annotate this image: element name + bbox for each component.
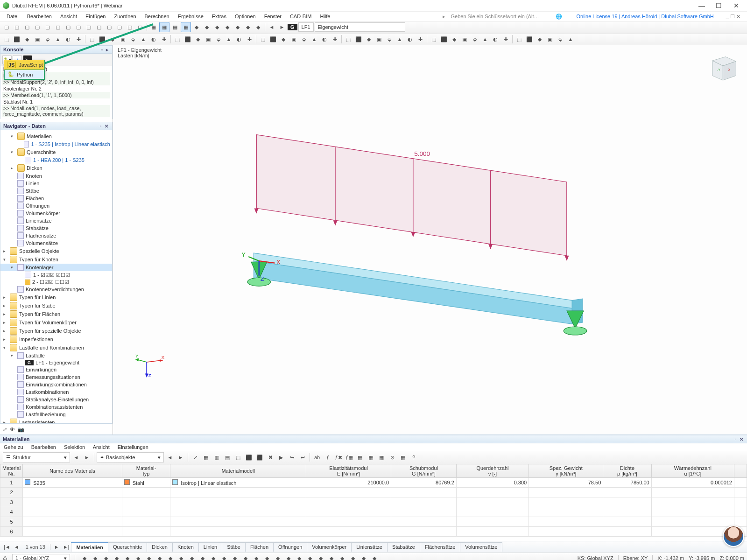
tree-item[interactable]: Stabsätze bbox=[0, 224, 112, 232]
bottom-tab[interactable]: Knoten bbox=[172, 542, 199, 552]
toolbar-button[interactable]: ◐ bbox=[491, 35, 500, 44]
toolbar-button[interactable]: ⬙ bbox=[214, 35, 223, 44]
konsole-header[interactable]: Konsole▫ ▸ bbox=[0, 45, 113, 54]
bp-tool[interactable]: ⬚ bbox=[233, 453, 243, 462]
maximize-button[interactable]: ☐ bbox=[711, 2, 727, 9]
eye-icon[interactable]: 👁 bbox=[10, 427, 15, 432]
toolbar-button[interactable]: ◆ bbox=[364, 35, 374, 44]
bp-tool[interactable]: ▦ bbox=[398, 453, 408, 462]
tree-item[interactable]: 1 - S235 | Isotrop | Linear elastisch bbox=[0, 140, 112, 148]
toolbar-button[interactable]: ✚ bbox=[501, 35, 510, 44]
tree-item[interactable]: Knotennetzverdichtungen bbox=[0, 286, 112, 293]
toolbar-button[interactable]: ▢ bbox=[22, 22, 32, 32]
bottom-tab[interactable]: Materialien bbox=[71, 542, 108, 552]
minimize-button[interactable]: — bbox=[694, 2, 710, 9]
menu-bearbeiten[interactable]: Bearbeiten bbox=[23, 13, 56, 20]
toolbar-button[interactable]: ▢ bbox=[2, 22, 11, 32]
tree-item[interactable]: ▸Typen für Stäbe bbox=[0, 301, 112, 310]
tree-item[interactable]: ▸Typen für Flächen bbox=[0, 310, 112, 318]
tree-item[interactable]: Einwirkungen bbox=[0, 366, 112, 373]
toolbar-button[interactable]: ▢ bbox=[94, 22, 104, 32]
toolbar-button[interactable]: ▦ bbox=[149, 22, 158, 32]
toolbar-button[interactable]: ⬛ bbox=[525, 35, 534, 44]
tree-item[interactable]: ▸Typen für spezielle Objekte bbox=[0, 327, 112, 335]
toolbar-button[interactable]: ▢ bbox=[125, 22, 134, 32]
status-tool[interactable]: ◆ bbox=[123, 553, 132, 560]
tab-first[interactable]: |◄ bbox=[2, 544, 12, 550]
bp-tool[interactable]: ▶ bbox=[276, 453, 286, 462]
col-header[interactable]: ElastizitätsmodulE [N/mm²] bbox=[306, 464, 391, 478]
toolbar-button[interactable]: ▢ bbox=[53, 22, 63, 32]
toolbar-button[interactable]: ⬛ bbox=[12, 35, 21, 44]
toolbar-button[interactable]: ▢ bbox=[43, 22, 52, 32]
tree-item[interactable]: GLF1 - Eigengewicht bbox=[0, 359, 112, 366]
tree-item[interactable]: Kombinationsassistenten bbox=[0, 403, 112, 411]
axis-icon[interactable]: ♺ bbox=[3, 555, 7, 560]
col-header[interactable]: MaterialNr. bbox=[0, 464, 23, 478]
bp-menu-bearbeiten[interactable]: Bearbeiten bbox=[31, 444, 56, 450]
close-button[interactable]: ✕ bbox=[728, 2, 744, 9]
tree-expand-icon[interactable]: ⤢ bbox=[3, 427, 7, 433]
toolbar-button[interactable]: ⬙ bbox=[299, 35, 309, 44]
structure-select[interactable]: ☰ Struktur▾ bbox=[3, 452, 70, 462]
tree-item[interactable]: ▾Knotenlager bbox=[0, 264, 112, 271]
bp-menu-ansicht[interactable]: Ansicht bbox=[93, 444, 110, 450]
view-select[interactable]: 1 - Global XYZ▾ bbox=[12, 554, 70, 560]
table-row[interactable]: 6 bbox=[0, 527, 747, 537]
bottom-tab[interactable]: Stäbe bbox=[222, 542, 246, 552]
toolbar-button[interactable]: ⬚ bbox=[514, 35, 524, 44]
status-tool[interactable]: ◆ bbox=[284, 553, 293, 560]
status-tool[interactable]: ◆ bbox=[144, 553, 154, 560]
toolbar-button[interactable]: ▢ bbox=[12, 22, 21, 32]
toolbar-button[interactable]: ◆ bbox=[108, 35, 117, 44]
status-tool[interactable]: ◆ bbox=[252, 553, 261, 560]
status-tool[interactable]: ◆ bbox=[359, 553, 368, 560]
toolbar-button[interactable]: ◆ bbox=[450, 35, 459, 44]
bottom-tab[interactable]: Flächensätze bbox=[420, 542, 460, 552]
toolbar-button[interactable]: ▢ bbox=[84, 22, 93, 32]
toolbar-button[interactable]: ⬙ bbox=[385, 35, 394, 44]
toolbar-button[interactable]: ⬛ bbox=[268, 35, 278, 44]
bp-tool[interactable]: ▦ bbox=[355, 453, 365, 462]
tree-item[interactable]: Statikanalyse-Einstellungen bbox=[0, 396, 112, 403]
bp-tool[interactable]: ▦ bbox=[366, 453, 375, 462]
tree-item[interactable]: Lastfallbeziehung bbox=[0, 411, 112, 418]
status-tool[interactable]: ◆ bbox=[187, 553, 197, 560]
menu-cadbim[interactable]: CAD-BIM bbox=[286, 13, 315, 20]
status-tool[interactable]: ◆ bbox=[230, 553, 240, 560]
bp-tool[interactable]: ▦ bbox=[201, 453, 211, 462]
bottom-tab[interactable]: Stabsätze bbox=[387, 542, 420, 552]
table-row[interactable]: 2 bbox=[0, 488, 747, 497]
status-tool[interactable]: ◆ bbox=[316, 553, 325, 560]
loadcase-label[interactable]: Eigengewicht bbox=[315, 22, 405, 32]
tree-item[interactable]: Lastkombinationen bbox=[0, 388, 112, 396]
tree-item[interactable]: ▸Typen für Volumenkörper bbox=[0, 318, 112, 327]
toolbar-button[interactable]: ▲ bbox=[139, 35, 148, 44]
toolbar-button[interactable]: ▲ bbox=[395, 35, 404, 44]
bottom-tab[interactable]: Linien bbox=[198, 542, 222, 552]
toolbar-button[interactable]: ▢ bbox=[33, 22, 42, 32]
menu-optionen[interactable]: Optionen bbox=[231, 13, 260, 20]
table-row[interactable]: 3 bbox=[0, 497, 747, 507]
bp-tool[interactable]: ƒ▦ bbox=[345, 453, 354, 462]
status-tool[interactable]: ◆ bbox=[241, 553, 250, 560]
tab-prev[interactable]: ◄ bbox=[12, 544, 21, 550]
bp-menu-gehezu[interactable]: Gehe zu bbox=[4, 444, 23, 450]
bp-tool[interactable]: ▦ bbox=[377, 453, 386, 462]
bp-tool[interactable]: ▥ bbox=[212, 453, 221, 462]
tree-item[interactable]: Knoten bbox=[0, 172, 112, 180]
bp-tool[interactable]: ⊙ bbox=[388, 453, 397, 462]
toolbar-button[interactable]: ▣ bbox=[374, 35, 384, 44]
toolbar-button[interactable]: ⬛ bbox=[354, 35, 363, 44]
toolbar-button[interactable]: ◆ bbox=[535, 35, 544, 44]
bp-tool[interactable]: ⬛ bbox=[244, 453, 254, 462]
status-tool[interactable]: ◆ bbox=[101, 553, 111, 560]
toolbar-button[interactable]: ▲ bbox=[53, 35, 63, 44]
bottom-tab[interactable]: Öffnungen bbox=[273, 542, 307, 552]
tree-item[interactable]: Flächen bbox=[0, 195, 112, 202]
bp-tool[interactable]: ↪ bbox=[287, 453, 296, 462]
tree-item[interactable]: Bemessungssituationen bbox=[0, 373, 112, 381]
bp-tool[interactable]: ƒ✖ bbox=[334, 453, 343, 462]
status-tool[interactable]: ◆ bbox=[176, 553, 186, 560]
toolbar-button[interactable]: ▦ bbox=[170, 22, 180, 32]
